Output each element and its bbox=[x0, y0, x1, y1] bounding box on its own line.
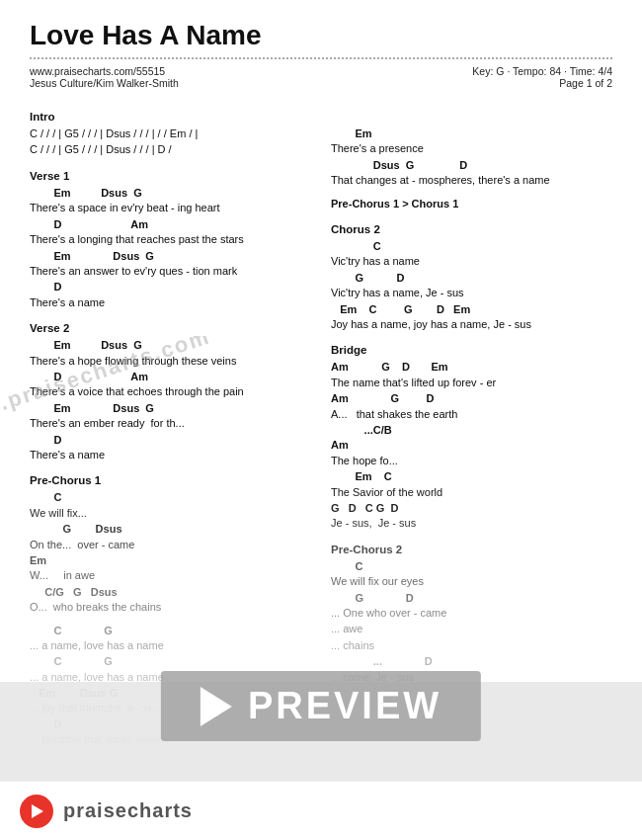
left-column: Intro C / / / | G5 / / / | Dsus / / / | … bbox=[30, 99, 311, 749]
br-chord3: ...C/B bbox=[331, 423, 612, 438]
pc1-lyric4: O... who breaks the chains bbox=[30, 600, 311, 615]
bottom-logo: praisecharts bbox=[63, 799, 193, 822]
ch1-chord1: C G bbox=[30, 624, 311, 638]
bottom-bar: praisecharts bbox=[0, 781, 642, 840]
v2-chord3: Em Dsus G bbox=[30, 401, 311, 416]
pc2-chord2: G D bbox=[331, 591, 612, 606]
v1-chord3: Em Dsus G bbox=[30, 249, 311, 264]
section-prechorus1-title: Pre-Chorus 1 bbox=[30, 472, 311, 488]
pc1-chord3: Em bbox=[30, 553, 311, 568]
c2-lyric2: Vic'try has a name, Je - sus bbox=[331, 286, 612, 300]
preview-box: PREVIEW bbox=[161, 671, 481, 741]
br-lyric1: The name that's lifted up forev - er bbox=[331, 376, 612, 390]
pc1-lyric3: W... in awe bbox=[30, 568, 311, 583]
v1-lyric4: There's a name bbox=[30, 295, 311, 310]
pc2-lyric2: ... One who over - came bbox=[331, 606, 612, 621]
key-tempo-info: Key: G · Tempo: 84 · Time: 4/4 Page 1 of… bbox=[472, 65, 612, 89]
pc1-lyric1: We will fix... bbox=[30, 506, 311, 521]
section-verse1-title: Verse 1 bbox=[30, 168, 311, 184]
section-verse2-title: Verse 2 bbox=[30, 320, 311, 336]
br-chord5: Em C bbox=[331, 469, 612, 484]
pc1-chord1: C bbox=[30, 490, 311, 505]
pc1-chord2: G Dsus bbox=[30, 522, 311, 537]
ch1-chord2: C G bbox=[30, 654, 311, 669]
meta-row: www.praisecharts.com/55515 Jesus Culture… bbox=[30, 65, 612, 89]
br-lyric2: A... that shakes the earth bbox=[331, 407, 612, 422]
content-columns: Intro C / / / | G5 / / / | Dsus / / / | … bbox=[30, 99, 612, 749]
br-chord4: Am bbox=[331, 438, 612, 453]
section-intro-title: Intro bbox=[30, 109, 311, 125]
divider bbox=[30, 57, 612, 59]
ch1-lyric1: ... a name, love has a name bbox=[30, 638, 311, 653]
intro-line1: C / / / | G5 / / / | Dsus / / / | / / Em… bbox=[30, 126, 311, 141]
url-and-author: www.praisecharts.com/55515 Jesus Culture… bbox=[30, 65, 179, 89]
pc2-lyric4: ... chains bbox=[331, 638, 612, 653]
br-chord2: Am G D bbox=[331, 391, 612, 406]
v2-chord1: Em Dsus G bbox=[30, 338, 311, 353]
v2-chord2: D Am bbox=[30, 370, 311, 384]
c2-chord2: G D bbox=[331, 271, 612, 286]
br-lyric4: The hope fo... bbox=[331, 454, 612, 468]
v1-lyric2: There's a longing that reaches past the … bbox=[30, 232, 311, 247]
intro-line2: C / / / | G5 / / / | Dsus / / / | D / bbox=[30, 142, 311, 157]
chr-chord2: Dsus G D bbox=[331, 158, 612, 173]
chr-chord1: Em bbox=[331, 126, 612, 141]
right-column: Em There's a presence Dsus G D That chan… bbox=[331, 99, 612, 749]
v2-lyric2: There's a voice that echoes through the … bbox=[30, 384, 311, 399]
section-prechorus2-title: Pre-Chorus 2 bbox=[331, 542, 612, 557]
br-chord1: Am G D Em bbox=[331, 360, 612, 375]
pc1-chord4: C/G G Dsus bbox=[30, 585, 311, 600]
v1-lyric3: There's an answer to ev'ry ques - tion m… bbox=[30, 264, 311, 279]
v1-chord4: D bbox=[30, 280, 311, 294]
v2-lyric3: There's an ember ready for th... bbox=[30, 416, 311, 431]
br-lyric6: Je - sus, Je - sus bbox=[331, 516, 612, 531]
preview-play-icon bbox=[201, 687, 232, 726]
page: Love Has A Name www.praisecharts.com/555… bbox=[0, 0, 642, 840]
v2-lyric1: There's a hope flowing through these vei… bbox=[30, 354, 311, 369]
pc2-chord3: ... D bbox=[331, 654, 612, 669]
chr-lyric1: There's a presence bbox=[331, 141, 612, 156]
prechorus-chorus-link: Pre-Chorus 1 > Chorus 1 bbox=[331, 197, 612, 211]
play-icon bbox=[32, 804, 43, 818]
c2-lyric3: Joy has a name, joy has a name, Je - sus bbox=[331, 317, 612, 332]
c2-chord3: Em C G D Em bbox=[331, 302, 612, 317]
section-bridge-title: Bridge bbox=[331, 342, 612, 358]
chr-lyric2: That changes at - mospheres, there's a n… bbox=[331, 173, 612, 188]
preview-label: PREVIEW bbox=[248, 685, 441, 727]
v1-chord1: Em Dsus G bbox=[30, 186, 311, 201]
pc2-lyric3: ... awe bbox=[331, 622, 612, 636]
c2-lyric1: Vic'try has a name bbox=[331, 254, 612, 269]
v1-lyric1: There's a space in ev'ry beat - ing hear… bbox=[30, 201, 311, 215]
v1-chord2: D Am bbox=[30, 217, 311, 232]
v2-chord4: D bbox=[30, 433, 311, 448]
song-title: Love Has A Name bbox=[30, 20, 612, 51]
pc2-chord1: C bbox=[331, 559, 612, 574]
chorus-continuation: Em There's a presence Dsus G D That chan… bbox=[331, 126, 612, 189]
br-lyric5: The Savior of the world bbox=[331, 485, 612, 500]
pc2-lyric1: We will fix our eyes bbox=[331, 574, 612, 589]
section-chorus2-title: Chorus 2 bbox=[331, 221, 612, 237]
play-button[interactable] bbox=[20, 795, 53, 828]
c2-chord1: C bbox=[331, 239, 612, 254]
v2-lyric4: There's a name bbox=[30, 448, 311, 462]
br-chord6: G D C G D bbox=[331, 501, 612, 516]
pc1-lyric2: On the... over - came bbox=[30, 538, 311, 552]
